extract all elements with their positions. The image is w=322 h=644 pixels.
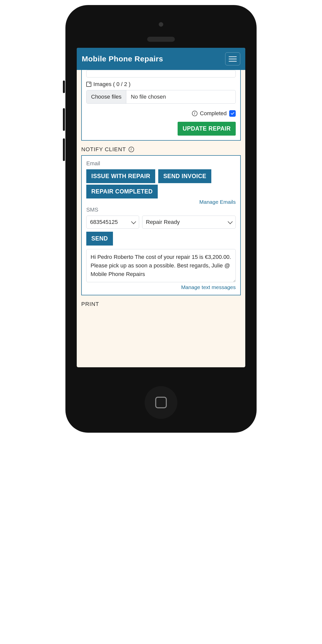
image-icon [86,82,91,87]
sms-template-select[interactable]: Repair Ready [142,216,236,229]
images-label-row: Images ( 0 / 2 ) [86,81,236,88]
email-label: Email [86,160,236,167]
sms-phone-select[interactable]: 683545125 [86,216,139,229]
sms-template-value: Repair Ready [146,219,180,225]
update-repair-button[interactable]: UPDATE REPAIR [178,122,236,136]
hamburger-icon [229,56,237,57]
page-content: Images ( 0 / 2 ) Choose files No file ch… [77,70,245,367]
info-icon[interactable]: i [129,147,134,152]
side-button-vol-down [63,138,65,161]
sms-label: SMS [86,207,236,213]
print-header: PRINT [81,301,241,307]
file-input[interactable]: Choose files No file chosen [86,90,236,104]
choose-files-button[interactable]: Choose files [87,90,126,103]
issue-with-repair-button[interactable]: ISSUE WITH REPAIR [86,169,155,183]
images-label: Images ( 0 / 2 ) [93,81,131,88]
repair-card: Images ( 0 / 2 ) Choose files No file ch… [81,70,241,141]
side-button-mute [63,80,65,93]
side-button-vol-up [63,108,65,131]
sms-phone-value: 683545125 [90,219,118,225]
chevron-down-icon [131,219,136,224]
send-invoice-button[interactable]: SEND INVOICE [158,169,211,183]
notify-card: Email ISSUE WITH REPAIR SEND INVOICE REP… [81,155,241,295]
app-title: Mobile Phone Repairs [82,55,163,63]
manage-sms-link[interactable]: Manage text messages [181,284,236,290]
completed-label: Completed [200,110,227,117]
completed-row: i Completed [86,110,236,117]
home-button[interactable] [145,386,177,419]
notes-textarea[interactable] [86,70,236,77]
notify-header: NOTIFY CLIENT i [81,146,241,153]
info-icon[interactable]: i [192,111,197,116]
app-navbar: Mobile Phone Repairs [77,48,245,70]
file-chosen-text: No file chosen [126,90,170,103]
home-icon [155,397,167,408]
sms-body-textarea[interactable]: Hi Pedro Roberto The cost of your repair… [86,249,236,282]
send-sms-button[interactable]: SEND [86,232,113,246]
phone-frame: Mobile Phone Repairs Images ( 0 / 2 ) Ch… [65,5,257,433]
checkmark-icon [230,111,235,116]
chevron-down-icon [228,219,233,224]
repair-completed-button[interactable]: REPAIR COMPLETED [86,185,158,198]
menu-toggle[interactable] [225,52,240,65]
screen: Mobile Phone Repairs Images ( 0 / 2 ) Ch… [77,48,245,367]
manage-emails-link[interactable]: Manage Emails [199,199,236,205]
completed-checkbox[interactable] [229,110,236,117]
